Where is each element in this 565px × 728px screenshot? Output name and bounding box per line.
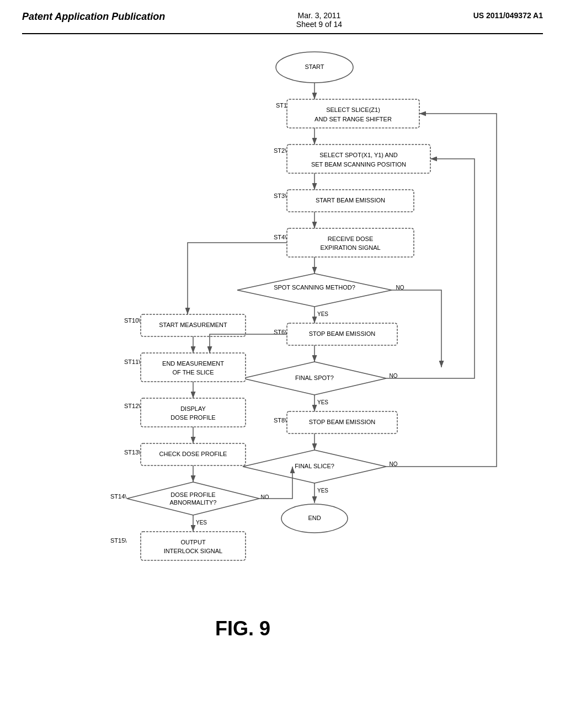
- st5-text: SPOT SCANNING METHOD?: [274, 284, 355, 291]
- header-date: Mar. 3, 2011: [296, 11, 342, 20]
- page: Patent Application Publication Mar. 3, 2…: [0, 0, 565, 728]
- st14-label: ST14\: [110, 493, 127, 500]
- st7-text: FINAL SPOT?: [295, 374, 334, 381]
- st13-label: ST13\: [124, 449, 141, 456]
- st2-label: ST2\: [274, 147, 287, 154]
- st10-label: ST10\: [124, 317, 141, 324]
- st12-text2: DOSE PROFILE: [170, 414, 215, 421]
- st14-yes-label: YES: [196, 520, 207, 526]
- st7-no-label: NO: [390, 373, 398, 379]
- st11-text2: OF THE SLICE: [173, 369, 214, 376]
- st13-text: CHECK DOSE PROFILE: [159, 451, 227, 457]
- start-label: START: [305, 63, 324, 70]
- st11-label: ST11\: [124, 358, 141, 365]
- st12-box: [141, 398, 246, 427]
- st3-text: START BEAM EMISSION: [316, 197, 385, 204]
- flowchart-diagram: START ST1\ SELECT SLICE(Z1) AND SET RANG…: [22, 40, 543, 674]
- st8-label: ST8\: [274, 417, 287, 424]
- arrow-st5-no: [392, 290, 441, 367]
- st9-yes-label: YES: [317, 488, 328, 494]
- st8-text: STOP BEAM EMISSION: [309, 419, 376, 425]
- st14-text2: ABNORMALITY?: [170, 499, 217, 506]
- st11-box: [141, 353, 246, 382]
- st4-text1: RECEIVE DOSE: [328, 235, 374, 242]
- st3-label: ST3\: [274, 192, 287, 199]
- st11-text1: END MEASUREMENT: [162, 360, 224, 367]
- header-center: Mar. 3, 2011 Sheet 9 of 14: [296, 11, 342, 29]
- st14-no-label: NO: [261, 494, 269, 500]
- flowchart-svg: START ST1\ SELECT SLICE(Z1) AND SET RANG…: [22, 40, 543, 674]
- st15-text1: OUTPUT: [180, 539, 206, 545]
- header-sheet: Sheet 9 of 14: [296, 20, 342, 29]
- st4-box: [287, 228, 414, 257]
- st4-text2: EXPIRATION SIGNAL: [320, 244, 380, 251]
- st2-box: [287, 144, 430, 173]
- st5-no-label: NO: [396, 285, 404, 291]
- st5-yes-label: YES: [317, 311, 328, 317]
- st4-label: ST4\: [274, 234, 287, 240]
- figure-label: FIG. 9: [215, 617, 270, 640]
- st12-text1: DISPLAY: [180, 405, 206, 412]
- st9-no-label: NO: [390, 461, 398, 467]
- st14-text1: DOSE PROFILE: [170, 491, 215, 498]
- st2-text1: SELECT SPOT(X1, Y1) AND: [319, 152, 397, 158]
- st15-text2: INTERLOCK SIGNAL: [164, 548, 222, 554]
- st7-yes-label: YES: [317, 399, 328, 405]
- arrow-st4-st10: [188, 243, 287, 314]
- st1-box: [287, 99, 419, 128]
- st15-box: [141, 532, 246, 560]
- st9-text: FINAL SLICE?: [295, 463, 334, 469]
- end-label: END: [308, 515, 321, 521]
- st2-text2: SET BEAM SCANNING POSITION: [311, 161, 406, 168]
- st15-label: ST15\: [110, 537, 127, 544]
- publication-title: Patent Application Publication: [22, 11, 165, 23]
- st1-text1: SELECT SLICE(Z1): [326, 106, 380, 113]
- st10-text: START MEASUREMENT: [159, 322, 227, 328]
- st12-label: ST12\: [124, 403, 141, 409]
- arrow-st6-st11: [210, 334, 287, 353]
- st1-text2: AND SET RANGE SHIFTER: [315, 116, 392, 122]
- patent-number: US 2011/049372 A1: [473, 11, 543, 20]
- st6-text: STOP BEAM EMISSION: [309, 330, 376, 337]
- page-header: Patent Application Publication Mar. 3, 2…: [22, 11, 543, 34]
